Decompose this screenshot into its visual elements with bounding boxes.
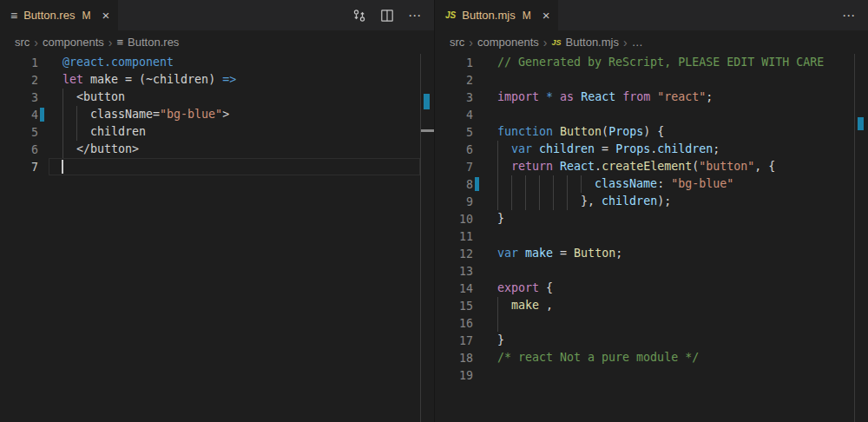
close-icon[interactable]: × [542, 9, 550, 22]
line-number[interactable]: 16 [435, 317, 473, 330]
tab-button-mjs[interactable]: JS Button.mjs M × [435, 0, 558, 30]
javascript-file-icon: JS [445, 10, 456, 20]
tab-label: Button.res [23, 9, 75, 22]
breadcrumb-item[interactable]: JSButton.mjs [552, 36, 619, 49]
breadcrumb-separator-icon: › [469, 36, 473, 49]
line-number[interactable]: 5 [0, 126, 38, 139]
code-line[interactable]: 12var make = Button; [435, 245, 854, 262]
code-line[interactable]: 2 [435, 71, 854, 89]
code-text: <button [62, 89, 125, 106]
overview-modified-marker [424, 94, 430, 109]
line-number[interactable]: 3 [0, 91, 38, 104]
line-number[interactable]: 9 [435, 195, 473, 208]
code-line[interactable]: 4 className="bg-blue"> [0, 106, 420, 123]
code-editor-left[interactable]: 1@react.component2let make = (~children)… [0, 54, 434, 422]
line-number[interactable]: 14 [435, 282, 473, 295]
code-line[interactable]: 1// Generated by ReScript, PLEASE EDIT W… [435, 54, 854, 71]
code-text: } [497, 332, 504, 349]
tab-bar-left: ≡ Button.res M × [0, 0, 434, 30]
code-text: // Generated by ReScript, PLEASE EDIT WI… [497, 54, 824, 71]
code-line[interactable]: 13 [435, 262, 854, 280]
code-line[interactable]: 1@react.component [0, 54, 420, 71]
line-number[interactable]: 15 [435, 300, 473, 313]
line-number[interactable]: 7 [0, 161, 38, 174]
line-number[interactable]: 2 [435, 74, 473, 87]
code-line[interactable]: 8 className: "bg-blue" [435, 175, 854, 193]
code-text: function Button(Props) { [497, 123, 664, 141]
text-cursor [62, 160, 63, 174]
line-number[interactable]: 1 [435, 56, 473, 69]
line-number[interactable]: 3 [435, 91, 473, 104]
open-changes-icon[interactable] [352, 9, 366, 23]
git-modified-gutter-marker [475, 177, 479, 191]
editor-actions-left: ⋯ [352, 0, 434, 30]
code-line[interactable]: 6 var children = Props.children; [435, 141, 854, 158]
code-line[interactable]: 11 [435, 227, 854, 245]
code-line[interactable]: 9 }, children); [435, 193, 854, 210]
line-number[interactable]: 11 [435, 230, 473, 243]
overview-ruler-scrollbar[interactable] [854, 54, 868, 422]
code-line[interactable]: 6 </button> [0, 141, 420, 158]
code-line[interactable]: 7 return React.createElement("button", { [435, 158, 854, 175]
breadcrumb-label: components [43, 36, 104, 49]
code-line[interactable]: 3import * as React from "react"; [435, 89, 854, 106]
code-line[interactable]: 15 make , [435, 297, 854, 314]
code-text: make , [497, 297, 553, 314]
code-line[interactable]: 2let make = (~children) => [0, 71, 420, 89]
line-number[interactable]: 8 [435, 178, 473, 191]
editor-pane-right: JS Button.mjs M × ⋯ src›components›JSBut… [434, 0, 868, 422]
line-number[interactable]: 1 [0, 56, 38, 69]
line-number[interactable]: 18 [435, 352, 473, 365]
code-editor-right[interactable]: 1// Generated by ReScript, PLEASE EDIT W… [435, 54, 868, 422]
line-number[interactable]: 5 [435, 126, 473, 139]
code-text: } [497, 210, 504, 227]
tab-button-res[interactable]: ≡ Button.res M × [0, 0, 118, 30]
code-line[interactable]: 10} [435, 210, 854, 227]
breadcrumb-item[interactable]: ≡Button.res [117, 36, 180, 49]
breadcrumb-label: … [632, 36, 643, 49]
overview-ruler-scrollbar[interactable] [420, 54, 434, 422]
close-icon[interactable]: × [102, 9, 109, 22]
breadcrumb-item[interactable]: … [632, 36, 643, 49]
code-line[interactable]: 3 <button [0, 89, 420, 106]
code-line[interactable]: 19 [435, 366, 854, 384]
line-number[interactable]: 6 [435, 143, 473, 156]
line-number[interactable]: 4 [435, 109, 473, 122]
javascript-file-icon: JS [552, 38, 562, 47]
line-number[interactable]: 4 [0, 109, 38, 122]
line-number[interactable]: 6 [0, 143, 38, 156]
code-text: return React.createElement("button", { [497, 158, 775, 175]
line-number[interactable]: 10 [435, 213, 473, 226]
line-number[interactable]: 7 [435, 161, 473, 174]
line-number[interactable]: 2 [0, 74, 38, 87]
breadcrumb-item[interactable]: src [450, 36, 464, 49]
line-number[interactable]: 13 [435, 265, 473, 278]
breadcrumb-label: Button.res [128, 36, 179, 49]
breadcrumb-item[interactable]: components [43, 36, 104, 49]
breadcrumb-separator-icon: › [34, 36, 38, 49]
overview-modified-marker [858, 117, 864, 130]
line-number[interactable]: 19 [435, 369, 473, 382]
more-actions-icon[interactable]: ⋯ [408, 8, 422, 23]
breadcrumb-label: Button.mjs [566, 36, 619, 49]
code-line[interactable]: 14export { [435, 280, 854, 297]
overview-cursor-marker [421, 129, 434, 132]
split-editor-icon[interactable] [380, 9, 394, 23]
line-number[interactable]: 12 [435, 247, 473, 260]
breadcrumb-item[interactable]: components [477, 36, 539, 49]
code-line[interactable]: 4 [435, 106, 854, 123]
code-text: @react.component [62, 54, 174, 71]
breadcrumb-left: src›components›≡Button.res [0, 30, 434, 54]
code-line[interactable]: 16 [435, 314, 854, 332]
code-lines: 1// Generated by ReScript, PLEASE EDIT W… [435, 54, 854, 384]
code-text: let make = (~children) => [62, 71, 236, 89]
editor-actions-right: ⋯ [842, 0, 868, 30]
more-actions-icon[interactable]: ⋯ [842, 8, 856, 23]
code-line[interactable]: 5function Button(Props) { [435, 123, 854, 141]
line-number[interactable]: 17 [435, 334, 473, 347]
code-text: /* react Not a pure module */ [497, 349, 699, 366]
code-line[interactable]: 18/* react Not a pure module */ [435, 349, 854, 366]
code-line[interactable]: 5 children [0, 123, 420, 141]
breadcrumb-item[interactable]: src [15, 36, 30, 49]
code-line[interactable]: 17} [435, 332, 854, 349]
